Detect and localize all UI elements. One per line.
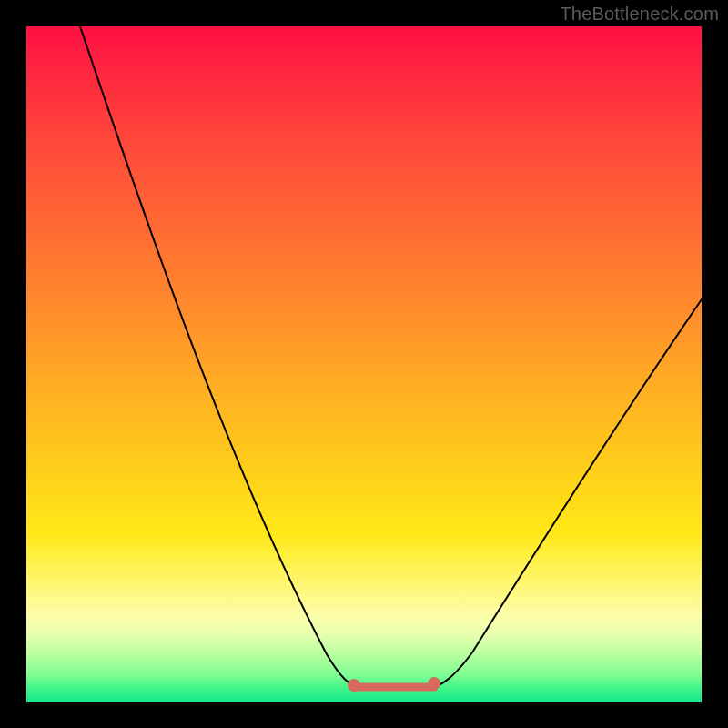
chart-svg [26, 26, 702, 702]
chart-frame: TheBottleneck.com [0, 0, 728, 728]
bottleneck-curve [80, 26, 702, 688]
plot-area [26, 26, 702, 702]
optimal-region-end-dot [428, 677, 440, 690]
source-watermark: TheBottleneck.com [560, 4, 719, 25]
